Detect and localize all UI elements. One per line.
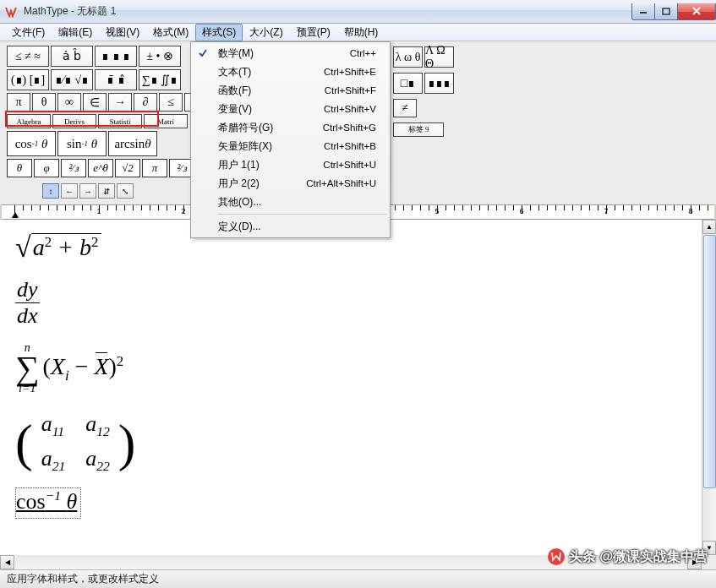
menu-help[interactable]: 帮助(H) bbox=[337, 24, 385, 41]
close-button[interactable] bbox=[677, 3, 716, 20]
titlebar: MathType - 无标题 1 bbox=[0, 0, 716, 24]
tab-algebra[interactable]: Algebra bbox=[7, 114, 51, 128]
dropdown-item-user1[interactable]: 用户 1(1) Ctrl+Shift+U bbox=[193, 155, 388, 174]
sym-pi[interactable]: π bbox=[7, 93, 30, 112]
dropdown-item-vector-matrix[interactable]: 矢量矩阵(X) Ctrl+Shift+B bbox=[193, 137, 388, 155]
eq-frac: dy dx bbox=[15, 277, 686, 329]
pal-r2b[interactable]: ∎∎∎ bbox=[424, 73, 454, 94]
dropdown-item-user2[interactable]: 用户 2(2) Ctrl+Alt+Shift+U bbox=[193, 174, 388, 193]
palette-embellish[interactable]: ȧ b̂ bbox=[51, 46, 93, 67]
func-acos[interactable]: cos-1 θ bbox=[7, 131, 56, 156]
dropdown-item-text[interactable]: 文本(T) Ctrl+Shift+E bbox=[193, 63, 388, 81]
sym-arrow[interactable]: → bbox=[108, 93, 132, 112]
dropdown-item-function[interactable]: 函数(F) Ctrl+Shift+F bbox=[193, 81, 388, 100]
sm-phi[interactable]: φ bbox=[34, 159, 59, 177]
editor-pane: √a2 + b2 dy dx n ∑ i=1 (Xi − X)2 ( a11 a… bbox=[0, 220, 716, 555]
maximize-button[interactable] bbox=[654, 3, 678, 20]
zoom-btn-3[interactable]: → bbox=[79, 183, 96, 199]
minimize-button[interactable] bbox=[631, 3, 655, 20]
sym-r-neq[interactable]: ≠ bbox=[393, 99, 417, 117]
eq-cos-cursor: cos−1 θ bbox=[15, 487, 686, 519]
pal-r2a[interactable]: □∎ bbox=[393, 73, 423, 94]
watermark-icon bbox=[547, 547, 566, 566]
window-title: MathType - 无标题 1 bbox=[24, 4, 116, 19]
menu-format[interactable]: 格式(M) bbox=[146, 24, 195, 41]
tab-9[interactable]: 标签 9 bbox=[393, 122, 444, 137]
menu-file[interactable]: 文件(F) bbox=[5, 24, 52, 41]
dropdown-item-variable[interactable]: 变量(V) Ctrl+Shift+V bbox=[193, 100, 388, 118]
palette-fractions[interactable]: ∎⁄∎ √∎ bbox=[51, 69, 93, 90]
scroll-thumb[interactable] bbox=[703, 235, 716, 488]
eq-sum: n ∑ i=1 (Xi − X)2 bbox=[15, 342, 686, 395]
eq-matrix: ( a11 a12 a21 a22 ) bbox=[15, 408, 686, 477]
palette-relations[interactable]: ≤ ≠ ≈ bbox=[7, 46, 49, 67]
menu-edit[interactable]: 编辑(E) bbox=[52, 24, 99, 41]
zoom-btn-2[interactable]: ← bbox=[61, 183, 78, 199]
zoom-btn-1[interactable]: ↕ bbox=[42, 183, 59, 199]
palette-spaces[interactable]: ∎ ∎ ∎ bbox=[95, 46, 137, 67]
scroll-up-icon[interactable]: ▲ bbox=[702, 220, 716, 234]
pal-r1a[interactable]: λ ω θ bbox=[393, 46, 423, 68]
sm-frac[interactable]: ²⁄₃ bbox=[61, 159, 86, 177]
sm-pi[interactable]: π bbox=[142, 159, 167, 177]
menu-size[interactable]: 大小(Z) bbox=[243, 24, 289, 41]
tab-statistics[interactable]: Statisti bbox=[98, 114, 142, 128]
menu-preferences[interactable]: 预置(P) bbox=[290, 24, 337, 41]
dropdown-item-greek[interactable]: 希腊符号(G) Ctrl+Shift+G bbox=[193, 118, 388, 137]
dropdown-item-other[interactable]: 其他(O)... bbox=[193, 193, 388, 211]
func-asin[interactable]: sin-1 θ bbox=[57, 131, 107, 156]
dropdown-item-math[interactable]: 数学(M) Ctrl++ bbox=[193, 44, 388, 63]
svg-rect-1 bbox=[663, 8, 670, 14]
status-text: 应用字体和样式，或更改样式定义 bbox=[7, 572, 159, 586]
pal-r1b[interactable]: Λ Ω Θ bbox=[424, 46, 454, 68]
right-palette: λ ω θ Λ Ω Θ □∎ ∎∎∎ ≠ Geometry 标签 8 标签 9 bbox=[393, 46, 456, 137]
sm-etheta[interactable]: e^θ bbox=[88, 159, 113, 177]
vertical-scrollbar[interactable]: ▲ ▼ bbox=[702, 220, 716, 555]
tab-matrices[interactable]: Matri bbox=[144, 114, 188, 128]
sm-sqrt2[interactable]: √2 bbox=[115, 159, 140, 177]
equation-editor[interactable]: √a2 + b2 dy dx n ∑ i=1 (Xi − X)2 ( a11 a… bbox=[0, 220, 702, 555]
palette-underover[interactable]: ∎̄ ∎̂ bbox=[95, 69, 137, 90]
statusbar: 应用字体和样式，或更改样式定义 bbox=[0, 569, 716, 588]
sym-partial[interactable]: ∂ bbox=[134, 93, 157, 112]
style-dropdown: 数学(M) Ctrl++ 文本(T) Ctrl+Shift+E 函数(F) Ct… bbox=[190, 41, 391, 238]
sym-theta[interactable]: θ bbox=[32, 93, 56, 112]
sym-leq[interactable]: ≤ bbox=[159, 93, 183, 112]
sym-in[interactable]: ∈ bbox=[83, 93, 107, 112]
svg-rect-0 bbox=[640, 12, 647, 14]
watermark: 头条 @微课实战集中营 bbox=[547, 547, 708, 566]
sm-theta[interactable]: θ bbox=[7, 159, 32, 177]
scroll-left-icon[interactable]: ◀ bbox=[0, 555, 14, 569]
palette-operators[interactable]: ± • ⊗ bbox=[139, 46, 181, 67]
dropdown-item-define[interactable]: 定义(D)... bbox=[193, 217, 388, 236]
menu-view[interactable]: 视图(V) bbox=[99, 24, 146, 41]
func-arcsin[interactable]: arcsinθ bbox=[108, 131, 157, 156]
palette-sums[interactable]: ∑∎ ∬∎ bbox=[139, 69, 181, 90]
dropdown-separator bbox=[218, 214, 386, 215]
zoom-btn-4[interactable]: ⇵ bbox=[98, 183, 115, 199]
palette-fences[interactable]: (∎) [∎] bbox=[7, 69, 49, 90]
window-controls bbox=[632, 3, 716, 20]
sym-infty[interactable]: ∞ bbox=[57, 93, 81, 112]
check-icon bbox=[193, 44, 213, 63]
app-icon bbox=[5, 6, 19, 18]
menu-style[interactable]: 样式(S) bbox=[195, 24, 243, 41]
zoom-btn-5[interactable]: ⤡ bbox=[117, 183, 134, 199]
tab-marker[interactable] bbox=[12, 212, 19, 218]
menubar: 文件(F) 编辑(E) 视图(V) 格式(M) 样式(S) 大小(Z) 预置(P… bbox=[0, 24, 716, 41]
tab-derivs[interactable]: Derivs bbox=[52, 114, 96, 128]
